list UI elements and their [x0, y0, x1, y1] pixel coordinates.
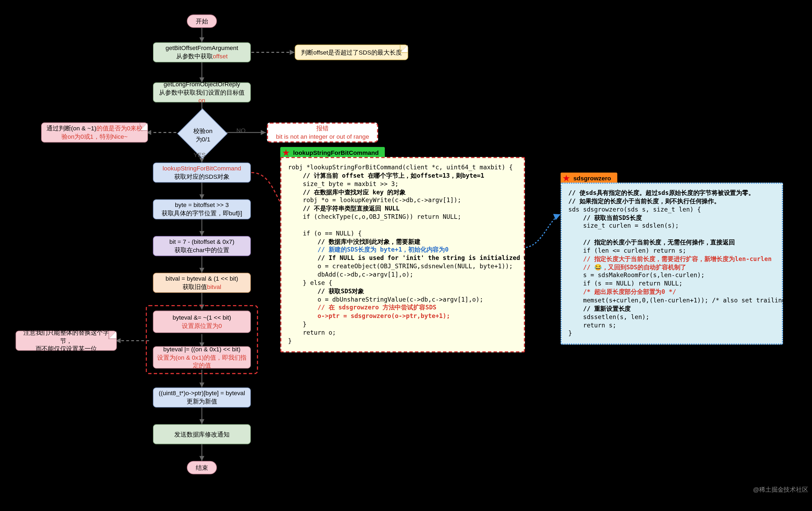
- step-get-bit-offset: getBitOffsetFromArgument 从参数中获取offset: [153, 42, 251, 62]
- start-label: 开始: [196, 17, 208, 25]
- s8-line2: 设置为(on & 0x1)的值，即我们指定的值: [157, 353, 247, 370]
- s3-line2: 获取对应的SDS对象: [174, 172, 230, 181]
- star-icon: ★: [283, 148, 290, 157]
- s6-line2: 获取旧值bitval: [182, 283, 221, 291]
- s4-line2: 获取具体的字节位置，即buf[i]: [162, 209, 242, 218]
- err-line2: bit is not an integer or out of range: [276, 133, 369, 141]
- err-line1: 报错: [316, 124, 329, 133]
- s7-line2: 设置原位置为0: [182, 322, 222, 330]
- s5-line1: bit = 7 - (bitoffset & 0x7): [169, 238, 234, 246]
- note-offset-text: 判断offset是否超过了SDS的最大长度: [301, 48, 402, 56]
- step-bit-pos: bit = 7 - (bitoffset & 0x7) 获取在char中的位置: [153, 236, 251, 256]
- s2-line1: getLongFromObjectOrReply: [164, 80, 240, 88]
- label-yes: YES: [194, 151, 206, 158]
- s9-line2: 更新为新值: [186, 398, 217, 406]
- error-node: 报错 bit is not an integer or out of range: [267, 123, 378, 143]
- note-replace-a: 注意我们只能整体的替换这个字节，: [19, 328, 113, 345]
- s7-line1: byteval &= ~(1 << bit): [173, 314, 231, 322]
- step-lookup-string: lookupStringForBitCommand 获取对应的SDS对象: [153, 163, 251, 183]
- step-get-long: getLongFromObjectOrReply 从参数中获取我们设置的目标值o…: [153, 83, 251, 103]
- s8-line1: byteval |= ((on & 0x1) << bit): [163, 345, 240, 353]
- s10-line: 发送数据库修改通知: [174, 430, 229, 438]
- note-replace-byte: 注意我们只能整体的替换这个字节， 而不能仅仅设置某一位: [16, 331, 117, 351]
- codebox-lookup: robj *lookupStringForBitCommand(client *…: [280, 157, 525, 352]
- codetab-sdsgrowzero: ★ sdsgrowzero: [561, 172, 617, 184]
- step-notify: 发送数据库修改通知: [153, 424, 251, 444]
- end-label: 结束: [196, 463, 208, 472]
- note-on-text: 通过判断(on & ~1)的值是否为0来校验on为0或1，特别Nice~: [45, 124, 144, 141]
- note-validate-on: 通过判断(on & ~1)的值是否为0来校验on为0或1，特别Nice~: [41, 123, 148, 143]
- s6-line1: bitval = byteval & (1 << bit): [166, 274, 238, 283]
- note-offset: 判断offset是否超过了SDS的最大长度: [295, 45, 408, 60]
- step-bitval: bitval = byteval & (1 << bit) 获取旧值bitval: [153, 273, 251, 293]
- step-set-bit: byteval |= ((on & 0x1) << bit) 设置为(on & …: [153, 346, 251, 369]
- note-replace-b: 而不能仅仅设置某一位: [36, 345, 97, 353]
- s1-line2: 从参数中获取offset: [176, 52, 228, 61]
- step-byte-shift: byte = bitoffset >> 3 获取具体的字节位置，即buf[i]: [153, 199, 251, 219]
- star-icon: ★: [563, 173, 570, 183]
- s3-line1: lookupStringForBitCommand: [163, 164, 241, 172]
- s9-line1: ((uint8_t*)o->ptr)[byte] = byteval: [159, 389, 245, 398]
- watermark: @稀土掘金技术社区: [753, 485, 808, 494]
- codebox-sdsgrowzero: // 使sds具有指定的长度。超过sds原始长度的字节将被设置为零。// 如果指…: [561, 183, 783, 345]
- terminator-start: 开始: [187, 15, 217, 28]
- label-no: NO: [236, 127, 245, 134]
- codetab-lookup: ★ lookupStringForBitCommand: [280, 147, 385, 158]
- s4-line1: byte = bitoffset >> 3: [175, 201, 229, 209]
- s5-line2: 获取在char中的位置: [175, 246, 229, 254]
- step-clear-bit: byteval &= ~(1 << bit) 设置原位置为0: [153, 311, 251, 333]
- decision-label: 校验on 为0/1: [178, 127, 228, 143]
- terminator-end: 结束: [187, 461, 217, 475]
- s1-line1: getBitOffsetFromArgument: [166, 44, 238, 52]
- step-update-ptr: ((uint8_t*)o->ptr)[byte] = byteval 更新为新值: [153, 387, 251, 407]
- s2-line2: 从参数中获取我们设置的目标值on: [157, 88, 247, 105]
